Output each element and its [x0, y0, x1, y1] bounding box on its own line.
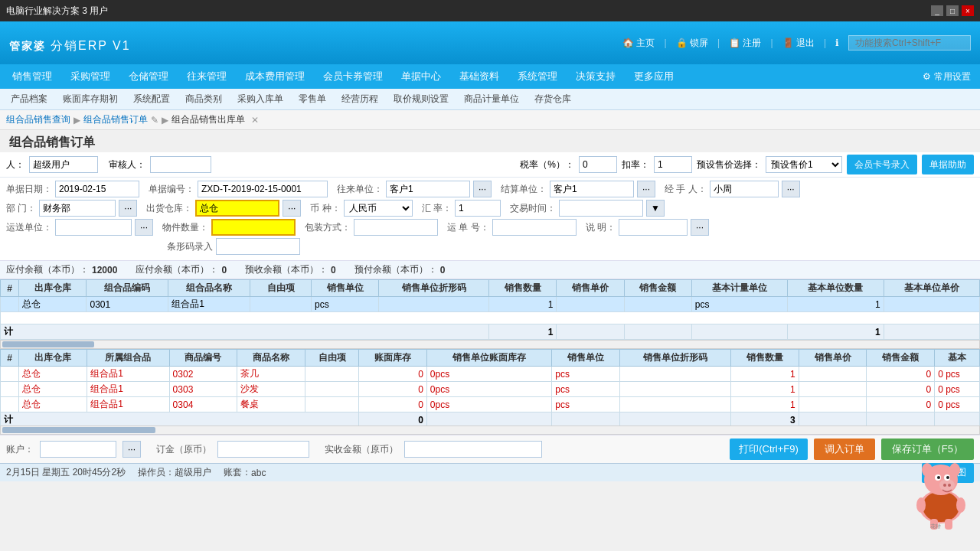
breadcrumb-close-icon[interactable]: ✕: [251, 115, 259, 126]
main-nav: 销售管理 采购管理 仓储管理 往来管理 成本费用管理 会员卡券管理 单据中心 基…: [0, 64, 980, 89]
dtr1-base: 0 pcs: [935, 367, 980, 382]
nav-system[interactable]: 系统管理: [508, 67, 567, 86]
nav-docs[interactable]: 单据中心: [392, 67, 450, 86]
manager-btn[interactable]: ···: [782, 181, 800, 197]
dtr2-barcode: [620, 382, 731, 397]
warehouse-btn[interactable]: ···: [283, 200, 301, 217]
trackingno-input[interactable]: [492, 219, 577, 236]
received-amount-input[interactable]: [404, 441, 542, 458]
packing-label: 包装方式：: [305, 221, 351, 234]
subnav-retail[interactable]: 零售单: [291, 91, 334, 107]
account-btn[interactable]: ···: [122, 441, 141, 458]
nav-warehouse[interactable]: 仓储管理: [119, 67, 178, 86]
settleunit-input[interactable]: [550, 181, 634, 197]
sub-nav: 产品档案 账面库存期初 系统配置 商品类别 采购入库单 零售单 经营历程 取价规…: [0, 89, 980, 110]
shippingunit-input[interactable]: [55, 219, 132, 236]
assistant-btn[interactable]: 单据助助: [922, 155, 974, 174]
nav-purchase[interactable]: 采购管理: [61, 67, 119, 86]
subnav-unit[interactable]: 商品计量单位: [456, 91, 527, 107]
settleunit-btn[interactable]: ···: [637, 181, 655, 197]
minimize-btn[interactable]: _: [931, 5, 943, 16]
subnav-inventory[interactable]: 存货仓库: [527, 91, 579, 107]
print-btn[interactable]: 打印(Ctrl+F9): [730, 439, 808, 460]
reviewer-input[interactable]: [150, 156, 211, 173]
detail-row-3[interactable]: 总仓 组合品1 0304 餐桌 0 0pcs pcs 1 0 0 pcs: [1, 397, 980, 412]
scrollbar-bottom[interactable]: [0, 425, 980, 435]
detail-total-label: 计: [1, 412, 359, 426]
tradingtime-btn[interactable]: ▼: [646, 200, 665, 217]
th-base-qty: 基本单位数量: [788, 280, 884, 297]
tradingtime-input[interactable]: [559, 200, 643, 217]
tounit-btn[interactable]: ···: [473, 181, 492, 197]
currency-select[interactable]: 人民币: [344, 200, 413, 217]
dth-unit: 销售单位: [552, 350, 620, 367]
nav-sales[interactable]: 销售管理: [3, 67, 61, 86]
footer-operator-label: 操作员：: [138, 466, 175, 479]
detail-row-2[interactable]: 总仓 组合品1 0303 沙发 0 0pcs pcs 1 0 0 pcs: [1, 382, 980, 397]
nav-more[interactable]: 更多应用: [625, 67, 683, 86]
td-warehouse: 总仓: [19, 297, 87, 312]
header-search-input[interactable]: [848, 35, 971, 51]
nav-dealings[interactable]: 往来管理: [178, 67, 236, 86]
manager-input[interactable]: [710, 181, 779, 197]
member-card-btn[interactable]: 会员卡号录入: [847, 155, 917, 174]
nav-register[interactable]: 📋 注册: [729, 37, 761, 50]
tounit-label: 往来单位：: [337, 183, 383, 196]
nav-info[interactable]: ℹ: [835, 37, 839, 48]
taxrate-input[interactable]: [579, 156, 617, 173]
itemcount-input[interactable]: [211, 219, 296, 236]
subnav-product[interactable]: 产品档案: [3, 91, 55, 107]
tounit-input[interactable]: [386, 181, 470, 197]
operator-input[interactable]: [29, 156, 98, 173]
dtr3-base: 0 pcs: [935, 397, 980, 412]
nav-exit[interactable]: 🚪 退出: [782, 37, 815, 50]
table-row[interactable]: 总仓 0301 组合品1 pcs 1 pcs 1: [1, 297, 980, 312]
td-combo-name: 组合品1: [168, 297, 250, 312]
th-qty: 销售数量: [489, 280, 557, 297]
orderno-input[interactable]: [198, 181, 328, 197]
currency-label: 币 种：: [310, 202, 340, 215]
subnav-category[interactable]: 商品类别: [178, 91, 230, 107]
form-area: 单据日期： 单据编号： 往来单位： ··· 结算单位： ··· 经 手 人： ·…: [0, 178, 980, 260]
dept-input[interactable]: [39, 200, 116, 217]
subnav-purchase-in[interactable]: 采购入库单: [230, 91, 291, 107]
scrollbar-top[interactable]: [0, 340, 980, 349]
nav-member[interactable]: 会员卡券管理: [314, 67, 392, 86]
exchangerate-input[interactable]: [455, 200, 501, 217]
maximize-btn[interactable]: □: [946, 5, 959, 16]
nav-decision[interactable]: 决策支持: [567, 67, 625, 86]
nav-basic[interactable]: 基础资料: [450, 67, 508, 86]
breadcrumb-edit-icon: ✎: [151, 115, 158, 126]
dtr3-barcode: [620, 397, 731, 412]
subnav-config[interactable]: 系统配置: [126, 91, 178, 107]
mascot: 花轿 扎: [909, 445, 974, 530]
shippingunit-btn[interactable]: ···: [135, 219, 153, 236]
price-select[interactable]: 预设售价1: [766, 156, 842, 173]
payable-label: 应付余额（本币）：: [6, 263, 89, 276]
svg-rect-13: [945, 519, 952, 530]
warehouse-input[interactable]: [195, 200, 279, 217]
remark-input[interactable]: [619, 219, 688, 236]
import-btn[interactable]: 调入订单: [814, 439, 875, 460]
dept-btn[interactable]: ···: [119, 200, 137, 217]
subnav-stock-init[interactable]: 账面库存期初: [55, 91, 126, 107]
order-amount-input[interactable]: [217, 441, 309, 458]
subnav-price-rule[interactable]: 取价规则设置: [386, 91, 456, 107]
remark-btn[interactable]: ···: [691, 219, 709, 236]
close-btn[interactable]: ×: [962, 5, 974, 16]
date-input[interactable]: [55, 181, 139, 197]
subnav-history[interactable]: 经营历程: [334, 91, 386, 107]
barcode-input[interactable]: [216, 238, 300, 255]
nav-cost[interactable]: 成本费用管理: [236, 67, 314, 86]
packing-input[interactable]: [354, 219, 438, 236]
nav-home[interactable]: 🏠 主页: [622, 37, 655, 50]
breadcrumb-item-2[interactable]: 组合品销售订单: [83, 113, 148, 126]
total-amount: [624, 324, 691, 340]
account-input[interactable]: [40, 441, 116, 458]
breadcrumb-item-1[interactable]: 组合品销售查询: [6, 113, 70, 126]
dth-no: #: [1, 350, 19, 367]
discount-input[interactable]: [654, 156, 692, 173]
nav-lock[interactable]: 🔒 锁屏: [676, 37, 708, 50]
detail-row-1[interactable]: 总仓 组合品1 0302 茶几 0 0pcs pcs 1 0 0 pcs: [1, 367, 980, 382]
settings-btn[interactable]: ⚙ 常用设置: [923, 70, 977, 83]
